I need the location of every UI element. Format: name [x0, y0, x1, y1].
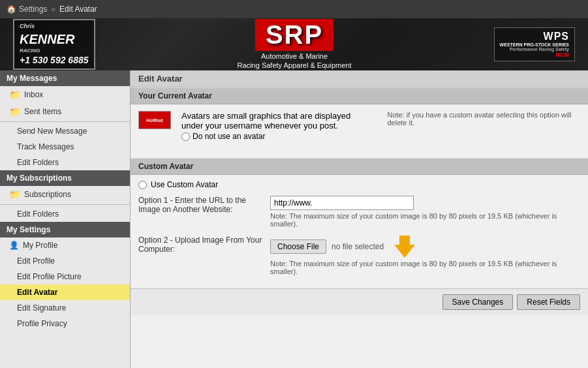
track-messages-label: Track Messages [17, 142, 74, 151]
option1-row: Option 1 - Enter the URL to the Image on… [138, 196, 580, 228]
edit-avatar-label: Edit Avatar [17, 288, 57, 297]
custom-avatar-section-title: Custom Avatar [131, 158, 588, 175]
divider1 [0, 121, 130, 122]
current-avatar-section-title: Your Current Avatar [131, 87, 588, 104]
inbox-label: Inbox [24, 90, 43, 99]
top-navigation: 🏠 Settings » Edit Avatar [0, 0, 588, 18]
do-not-use-radio[interactable] [181, 132, 190, 141]
avatar-note-text: Note: if you have a custom avatar select… [388, 111, 572, 127]
banner-tagline1: Automotive & Marine [108, 52, 481, 60]
option2-row: Option 2 - Upload Image From Your Comput… [138, 236, 580, 275]
sidebar-item-inbox[interactable]: 📁 Inbox [0, 86, 130, 103]
logo-last-name: KENNER [20, 31, 89, 48]
arrow-indicator [394, 236, 415, 258]
banner: Chris KENNER RACING +1 530 592 6885 SRP … [0, 18, 588, 70]
sidebar-item-edit-profile[interactable]: Edit Profile [0, 253, 130, 269]
current-avatar-body: HotRod Avatars are small graphics that a… [131, 104, 588, 158]
profile-icon: 👤 [9, 241, 19, 250]
sidebar-item-sent[interactable]: 📁 Sent Items [0, 103, 130, 120]
logo-first-name: Chris [20, 23, 89, 31]
reset-fields-button[interactable]: Reset Fields [517, 294, 580, 310]
current-avatar-image: HotRod [138, 111, 171, 129]
avatar-description: Avatars are small graphics that are disp… [181, 111, 375, 141]
custom-avatar-body: Use Custom Avatar Option 1 - Enter the U… [131, 175, 588, 288]
srp-logo: SRP [255, 19, 333, 51]
use-custom-label: Use Custom Avatar [151, 180, 218, 189]
my-profile-label: My Profile [23, 241, 57, 250]
sidebar-item-send-message[interactable]: Send New Message [0, 123, 130, 139]
edit-folders-messages-label: Edit Folders [17, 158, 59, 167]
my-subscriptions-section: My Subscriptions [0, 170, 130, 186]
avatar-note: Note: if you have a custom avatar select… [388, 111, 581, 127]
sidebar-item-subscriptions[interactable]: 📁 Subscriptions [0, 186, 130, 203]
sidebar-item-my-profile[interactable]: 👤 My Profile [0, 238, 130, 253]
wps-sub: Performance Racing Safety [500, 47, 569, 52]
inbox-folder-icon: 📁 [9, 89, 20, 100]
option2-label: Option 2 - Upload Image From Your Comput… [138, 236, 262, 254]
my-settings-section: My Settings [0, 222, 130, 238]
do-not-use-row: Do not use an avatar [181, 132, 375, 141]
content-header: Edit Avatar [131, 70, 588, 87]
no-file-text: no file selected [332, 242, 384, 251]
file-upload-row: Choose File no file selected [270, 236, 580, 258]
use-custom-radio[interactable] [138, 181, 147, 189]
option1-label: Option 1 - Enter the URL to the Image on… [138, 196, 262, 214]
divider2 [0, 204, 130, 205]
avatar-info-columns: Avatars are small graphics that are disp… [181, 111, 580, 141]
breadcrumb-separator: » [51, 5, 55, 14]
logo-racing: RACING [20, 48, 89, 54]
my-messages-section: My Messages [0, 70, 130, 86]
sidebar-item-profile-privacy[interactable]: Profile Privacy [0, 316, 130, 331]
option2-note: Note: The maximum size of your custom im… [270, 260, 580, 275]
kenner-racing-logo: Chris KENNER RACING +1 530 592 6885 [13, 19, 95, 70]
home-icon[interactable]: 🏠 [7, 5, 16, 14]
content-area: Edit Avatar Your Current Avatar HotRod A… [131, 70, 588, 368]
option1-note: Note: The maximum size of your custom im… [270, 212, 580, 228]
wps-logo: WPS WESTERN PRO-STOCK SERIES Performance… [494, 27, 575, 61]
sidebar-item-track-messages[interactable]: Track Messages [0, 139, 130, 155]
edit-profile-label: Edit Profile [17, 256, 55, 266]
banner-tagline2: Racing Safety Apparel & Equipment [108, 61, 481, 69]
avatar-info: Avatars are small graphics that are disp… [181, 111, 580, 145]
sidebar-item-edit-folders-messages[interactable]: Edit Folders [0, 155, 130, 170]
use-custom-row: Use Custom Avatar [138, 180, 580, 189]
profile-privacy-label: Profile Privacy [17, 319, 67, 328]
arrow-stem [399, 236, 410, 245]
send-message-label: Send New Message [17, 127, 87, 136]
wps-tagline: WESTERN PRO-STOCK SERIES [500, 42, 569, 47]
avatar-description-text: Avatars are small graphics that are disp… [181, 111, 375, 130]
sidebar: My Messages 📁 Inbox 📁 Sent Items Send Ne… [0, 70, 131, 368]
edit-folders-subs-label: Edit Folders [17, 209, 59, 219]
edit-signature-label: Edit Signature [17, 303, 66, 313]
logo-phone: +1 530 592 6885 [20, 54, 89, 66]
save-changes-button[interactable]: Save Changes [442, 294, 514, 310]
settings-breadcrumb[interactable]: Settings [19, 5, 47, 14]
current-page-breadcrumb: Edit Avatar [59, 5, 97, 14]
sidebar-item-edit-signature[interactable]: Edit Signature [0, 300, 130, 316]
banner-center: SRP Automotive & Marine Racing Safety Ap… [108, 19, 481, 69]
wps-label: WPS [500, 31, 569, 42]
option1-control: Note: The maximum size of your custom im… [270, 196, 580, 228]
option2-control: Choose File no file selected Note: The m… [270, 236, 580, 275]
subscriptions-label: Subscriptions [24, 190, 71, 199]
sidebar-item-edit-folders-subs[interactable]: Edit Folders [0, 206, 130, 222]
choose-file-button[interactable]: Choose File [270, 239, 326, 254]
avatar-img-text: HotRod [146, 118, 162, 123]
avatar-display-row: HotRod Avatars are small graphics that a… [138, 111, 580, 145]
main-layout: My Messages 📁 Inbox 📁 Sent Items Send Ne… [0, 70, 588, 368]
edit-profile-picture-label: Edit Profile Picture [17, 272, 82, 281]
arrow-head [394, 245, 415, 258]
url-input[interactable] [270, 196, 414, 210]
sidebar-item-edit-profile-picture[interactable]: Edit Profile Picture [0, 269, 130, 284]
sidebar-item-edit-avatar[interactable]: Edit Avatar [0, 284, 130, 300]
subscriptions-folder-icon: 📁 [9, 189, 20, 200]
sent-label: Sent Items [24, 107, 61, 116]
bottom-action-bar: Save Changes Reset Fields [131, 288, 588, 315]
do-not-use-label: Do not use an avatar [193, 132, 265, 141]
sent-folder-icon: 📁 [9, 106, 20, 117]
